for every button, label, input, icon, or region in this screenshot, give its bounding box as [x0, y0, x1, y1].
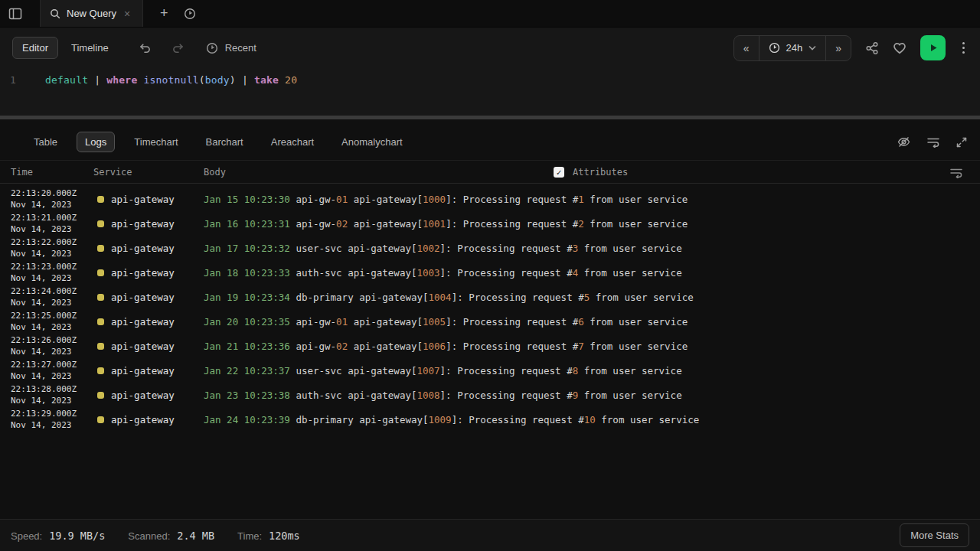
hide-columns-button[interactable] — [897, 135, 911, 148]
more-options-button[interactable] — [959, 39, 968, 57]
attributes-checkbox[interactable]: ✓ — [554, 167, 564, 178]
redo-button[interactable] — [172, 42, 185, 54]
service-dot-icon — [97, 416, 104, 423]
service-dot-icon — [97, 220, 104, 227]
log-service: api-gateway — [93, 358, 204, 383]
service-dot-icon — [97, 196, 104, 203]
favorite-button[interactable] — [893, 41, 906, 54]
log-body: Jan 15 10:23:30 api-gw-01 api-gateway[10… — [204, 187, 980, 211]
log-service: api-gateway — [93, 236, 204, 260]
expand-button[interactable] — [956, 136, 968, 148]
log-row[interactable]: 22:13:28.000ZNov 14, 2023api-gatewayJan … — [0, 383, 980, 407]
log-time: 22:13:28.000ZNov 14, 2023 — [0, 383, 93, 407]
undo-button[interactable] — [139, 42, 152, 54]
time-range-group: « 24h » — [733, 35, 851, 61]
scanned-label: Scanned: — [128, 530, 170, 542]
stat-scanned: Scanned: 2.4 MB — [128, 530, 214, 542]
result-view-tabs: Table Logs Timechart Barchart Areachart … — [0, 119, 980, 161]
share-icon — [865, 41, 879, 55]
share-button[interactable] — [865, 41, 879, 55]
log-body: Jan 19 10:23:34 db-primary api-gateway[1… — [204, 285, 980, 309]
recent-button[interactable]: Recent — [206, 42, 256, 54]
timeline-mode-button[interactable]: Timeline — [61, 37, 119, 59]
log-service: api-gateway — [93, 383, 204, 407]
history-button[interactable] — [177, 0, 203, 27]
log-row[interactable]: 22:13:24.000ZNov 14, 2023api-gatewayJan … — [0, 285, 980, 309]
header-wrap-button[interactable] — [949, 161, 963, 184]
log-row[interactable]: 22:13:22.000ZNov 14, 2023api-gatewayJan … — [0, 236, 980, 260]
attributes-toggle[interactable]: ✓ Attributes — [554, 161, 628, 184]
wrap-text-icon — [926, 136, 940, 148]
tab-areachart[interactable]: Areachart — [263, 132, 322, 152]
wrap-text-button[interactable] — [926, 136, 940, 148]
log-table-header: Time Service Body ✓ Attributes — [0, 161, 980, 184]
query-code[interactable]: default | where isnotnull(body) | take 2… — [26, 68, 297, 116]
log-body: Jan 18 10:23:33 auth-svc api-gateway[100… — [204, 260, 980, 285]
clock-icon — [184, 8, 196, 20]
play-icon — [926, 41, 939, 54]
tab-anomalychart[interactable]: Anomalychart — [333, 132, 410, 152]
results-panel: Table Logs Timechart Barchart Areachart … — [0, 119, 980, 519]
time-range-value: 24h — [786, 42, 803, 54]
log-row[interactable]: 22:13:27.000ZNov 14, 2023api-gatewayJan … — [0, 358, 980, 383]
log-row[interactable]: 22:13:25.000ZNov 14, 2023api-gatewayJan … — [0, 309, 980, 334]
stat-speed: Speed: 19.9 MB/s — [11, 530, 105, 542]
log-body: Jan 24 10:23:39 db-primary api-gateway[1… — [204, 407, 980, 432]
code-token: ( — [199, 74, 205, 86]
service-dot-icon — [97, 318, 104, 325]
log-row[interactable]: 22:13:21.000ZNov 14, 2023api-gatewayJan … — [0, 211, 980, 236]
search-icon — [50, 8, 60, 19]
log-service: api-gateway — [93, 285, 204, 309]
query-tab[interactable]: New Query × — [40, 0, 143, 27]
top-bar: New Query × + — [0, 0, 980, 28]
more-stats-button[interactable]: More Stats — [900, 523, 969, 547]
attributes-label: Attributes — [573, 167, 628, 178]
log-service: api-gateway — [93, 309, 204, 334]
log-body: Jan 16 10:23:31 api-gw-02 api-gateway[10… — [204, 211, 980, 236]
log-row[interactable]: 22:13:26.000ZNov 14, 2023api-gatewayJan … — [0, 334, 980, 358]
time-range-picker[interactable]: 24h — [759, 36, 827, 60]
column-header-time[interactable]: Time — [0, 167, 93, 178]
log-row[interactable]: 22:13:23.000ZNov 14, 2023api-gatewayJan … — [0, 260, 980, 285]
kebab-icon — [962, 42, 965, 44]
sidebar-panel-icon — [8, 8, 22, 20]
run-query-button[interactable] — [920, 35, 946, 60]
tab-logs[interactable]: Logs — [77, 132, 115, 152]
tab-close-icon[interactable]: × — [122, 7, 132, 21]
sidebar-toggle-button[interactable] — [0, 0, 31, 27]
tab-barchart[interactable]: Barchart — [198, 132, 252, 152]
tab-title: New Query — [67, 8, 116, 19]
column-header-service[interactable]: Service — [93, 167, 204, 178]
log-time: 22:13:29.000ZNov 14, 2023 — [0, 407, 93, 432]
new-tab-button[interactable]: + — [151, 0, 177, 27]
code-token: 20 — [285, 74, 297, 86]
log-rows: 22:13:20.000ZNov 14, 2023api-gatewayJan … — [0, 184, 980, 519]
result-tools — [897, 135, 968, 148]
service-dot-icon — [97, 245, 104, 252]
speed-value: 19.9 MB/s — [49, 530, 105, 542]
log-body: Jan 17 10:23:32 user-svc api-gateway[100… — [204, 236, 980, 260]
code-token: | — [88, 74, 106, 86]
stat-time: Time: 120ms — [237, 530, 300, 542]
service-dot-icon — [97, 269, 104, 276]
log-body: Jan 22 10:23:37 user-svc api-gateway[100… — [204, 358, 980, 383]
tab-timechart[interactable]: Timechart — [126, 132, 186, 152]
service-dot-icon — [97, 367, 104, 374]
log-service: api-gateway — [93, 407, 204, 432]
time-range-forward-button[interactable]: » — [826, 36, 851, 60]
code-token — [279, 74, 285, 86]
log-body: Jan 21 10:23:36 api-gw-02 api-gateway[10… — [204, 334, 980, 358]
editor-mode-button[interactable]: Editor — [12, 37, 58, 59]
log-time: 22:13:21.000ZNov 14, 2023 — [0, 211, 93, 236]
service-dot-icon — [97, 294, 104, 301]
code-token: default — [45, 74, 88, 86]
log-row[interactable]: 22:13:20.000ZNov 14, 2023api-gatewayJan … — [0, 187, 980, 211]
log-row[interactable]: 22:13:29.000ZNov 14, 2023api-gatewayJan … — [0, 407, 980, 432]
recent-label: Recent — [225, 42, 256, 54]
query-editor[interactable]: 1 default | where isnotnull(body) | take… — [0, 68, 980, 116]
time-range-back-button[interactable]: « — [734, 36, 759, 60]
query-toolbar: Editor Timeline Recent « — [0, 28, 980, 68]
code-token: isnotnull — [143, 74, 198, 86]
log-service: api-gateway — [93, 187, 204, 211]
tab-table[interactable]: Table — [25, 132, 66, 152]
